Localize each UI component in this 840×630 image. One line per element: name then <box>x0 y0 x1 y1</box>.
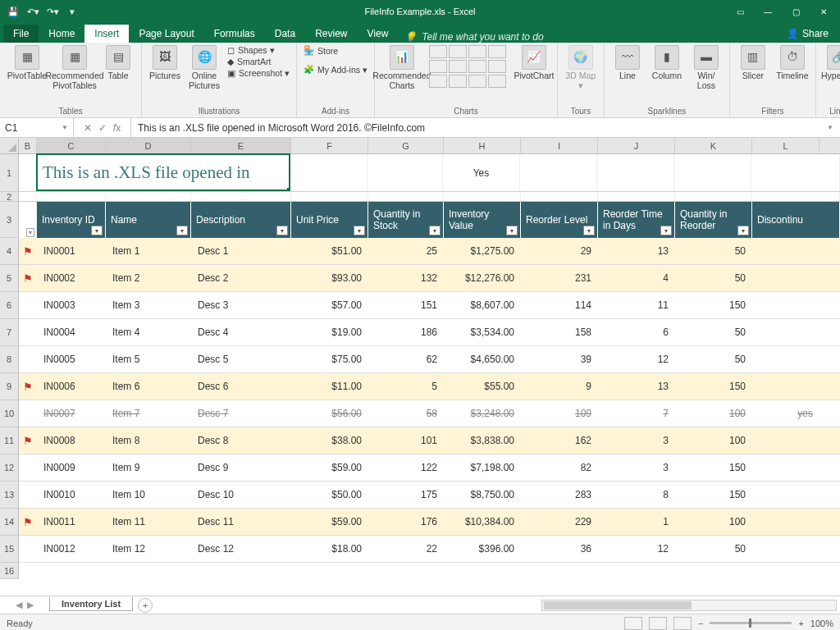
accept-formula-icon[interactable]: ✓ <box>98 122 107 134</box>
th-qty-stock[interactable]: Quantity in Stock▾ <box>368 202 444 238</box>
cell-discontinued[interactable] <box>752 238 819 264</box>
cell-description[interactable]: Desc 12 <box>191 536 291 562</box>
cell-unit-price[interactable]: $38.00 <box>291 427 368 454</box>
cell-inventory-value[interactable]: $3,248.00 <box>444 400 521 427</box>
cell-name[interactable]: Item 8 <box>106 427 191 454</box>
cell-reorder-level[interactable]: 229 <box>521 509 598 535</box>
cell-qty-stock[interactable]: 22 <box>368 536 444 562</box>
title-cell[interactable]: This is an .XLS file opened in <box>36 153 290 191</box>
cell-inventory-id[interactable]: IN0005 <box>37 346 106 372</box>
table-button[interactable]: ▤Table <box>102 45 135 81</box>
row-header[interactable]: 4 <box>0 238 19 265</box>
cell-inventory-id[interactable]: IN0006 <box>37 373 106 399</box>
recommended-charts-button[interactable]: 📊Recommended Charts <box>381 45 422 90</box>
yes-cell[interactable]: Yes <box>443 154 520 191</box>
col-L[interactable]: L <box>752 138 819 153</box>
row-header[interactable]: 10 <box>0 400 19 427</box>
cell-inventory-id[interactable]: IN0002 <box>37 265 106 291</box>
cell-name[interactable]: Item 10 <box>106 482 191 508</box>
cell-discontinued[interactable]: yes <box>752 400 819 427</box>
close-icon[interactable]: ✕ <box>810 3 837 20</box>
row-header[interactable]: 3 <box>0 202 19 238</box>
cell-qty-stock[interactable]: 122 <box>368 454 444 481</box>
cell-inventory-id[interactable]: IN0009 <box>37 454 106 481</box>
cell-description[interactable]: Desc 7 <box>191 400 291 427</box>
zoom-slider[interactable] <box>710 622 792 624</box>
col-H[interactable]: H <box>444 138 521 153</box>
timeline-button[interactable]: ⏱Timeline <box>776 45 809 81</box>
qat-more-icon[interactable]: ▾ <box>64 3 80 20</box>
cell-qty-reorder[interactable]: 150 <box>675 454 752 481</box>
cell-description[interactable]: Desc 6 <box>191 373 291 399</box>
col-B[interactable]: B <box>19 138 37 153</box>
add-sheet-button[interactable]: + <box>138 598 153 613</box>
row-header[interactable]: 14 <box>0 509 19 536</box>
cell-qty-reorder[interactable]: 50 <box>675 238 752 264</box>
cell-reorder-level[interactable]: 82 <box>521 454 598 481</box>
cell-qty-stock[interactable]: 101 <box>368 427 444 454</box>
cell-inventory-value[interactable]: $8,607.00 <box>444 292 521 318</box>
cell-qty-stock[interactable]: 151 <box>368 292 444 318</box>
table-row[interactable]: ⚑IN0002Item 2Desc 2$93.00132$12,276.0023… <box>19 265 840 292</box>
table-row[interactable]: IN0010Item 10Desc 10$50.00175$8,750.0028… <box>19 482 840 509</box>
cell-qty-reorder[interactable]: 50 <box>675 536 752 562</box>
cell-inventory-id[interactable]: IN0004 <box>37 319 106 345</box>
cell-discontinued[interactable] <box>752 427 819 454</box>
cell-inventory-id[interactable]: IN0011 <box>37 509 106 535</box>
th-qty-reorder[interactable]: Quantity in Reorder▾ <box>675 202 752 238</box>
cell-qty-reorder[interactable]: 150 <box>675 373 752 399</box>
cell-qty-stock[interactable]: 132 <box>368 265 444 291</box>
tab-insert[interactable]: Insert <box>84 25 129 43</box>
tab-nav-next-icon[interactable]: ▶ <box>27 600 34 610</box>
cell-reorder-level[interactable]: 158 <box>521 319 598 345</box>
cell-qty-stock[interactable]: 58 <box>368 400 444 427</box>
cell-reorder-days[interactable]: 1 <box>598 509 675 535</box>
cell-name[interactable]: Item 3 <box>106 292 191 318</box>
row-header[interactable]: 1 <box>0 154 19 192</box>
th-unit-price[interactable]: Unit Price▾ <box>291 202 368 238</box>
zoom-level[interactable]: 100% <box>810 619 833 628</box>
cell-reorder-days[interactable]: 11 <box>598 292 675 318</box>
sparkline-line-button[interactable]: 〰Line <box>611 45 644 81</box>
row-header[interactable]: 11 <box>0 427 19 454</box>
cell-description[interactable]: Desc 9 <box>191 454 291 481</box>
cell-inventory-id[interactable]: IN0007 <box>37 400 106 427</box>
view-normal-button[interactable] <box>624 617 642 630</box>
horizontal-scrollbar[interactable] <box>541 600 837 611</box>
col-C[interactable]: C <box>37 138 106 153</box>
cell-unit-price[interactable]: $59.00 <box>291 454 368 481</box>
cell-inventory-value[interactable]: $7,198.00 <box>444 454 521 481</box>
cell-inventory-id[interactable]: IN0012 <box>37 536 106 562</box>
th-discontinued[interactable]: Discontinu <box>752 202 840 238</box>
sparkline-column-button[interactable]: ▮Column <box>651 45 683 81</box>
redo-icon[interactable]: ↷▾ <box>44 3 61 20</box>
cell-name[interactable]: Item 6 <box>106 373 191 399</box>
pivotchart-button[interactable]: 📈PivotChart <box>518 45 550 81</box>
cell-name[interactable]: Item 7 <box>106 400 191 427</box>
cell-qty-stock[interactable]: 175 <box>368 482 444 508</box>
table-row[interactable]: IN0005Item 5Desc 5$75.0062$4,650.0039125… <box>19 346 840 373</box>
cell-reorder-days[interactable]: 7 <box>598 400 675 427</box>
cell-qty-stock[interactable]: 186 <box>368 319 444 345</box>
cell-reorder-level[interactable]: 9 <box>521 373 598 399</box>
cell-discontinued[interactable] <box>752 482 819 508</box>
col-K[interactable]: K <box>675 138 752 153</box>
cell-unit-price[interactable]: $18.00 <box>291 536 368 562</box>
th-reorder-days[interactable]: Reorder Time in Days▾ <box>598 202 675 238</box>
cell-reorder-days[interactable]: 6 <box>598 319 675 345</box>
cell-discontinued[interactable] <box>752 346 819 372</box>
save-icon[interactable]: 💾 <box>5 3 21 20</box>
cell-reorder-days[interactable]: 3 <box>598 427 675 454</box>
table-row[interactable]: IN0004Item 4Desc 4$19.00186$3,534.001586… <box>19 319 840 346</box>
row-headers[interactable]: 12345678910111213141516 <box>0 154 19 579</box>
chart-type-grid[interactable] <box>429 45 511 88</box>
formula-input[interactable]: This is an .XLS file opened in Microsoft… <box>131 118 840 137</box>
pictures-button[interactable]: 🖼Pictures <box>148 45 181 81</box>
cell-discontinued[interactable] <box>752 536 819 562</box>
col-E[interactable]: E <box>191 138 291 153</box>
sparkline-winloss-button[interactable]: ▬Win/ Loss <box>690 45 723 90</box>
cell-inventory-value[interactable]: $12,276.00 <box>444 265 521 291</box>
th-inventory-value[interactable]: Inventory Value▾ <box>444 202 521 238</box>
cell-qty-stock[interactable]: 62 <box>368 346 444 372</box>
tab-review[interactable]: Review <box>305 25 357 43</box>
